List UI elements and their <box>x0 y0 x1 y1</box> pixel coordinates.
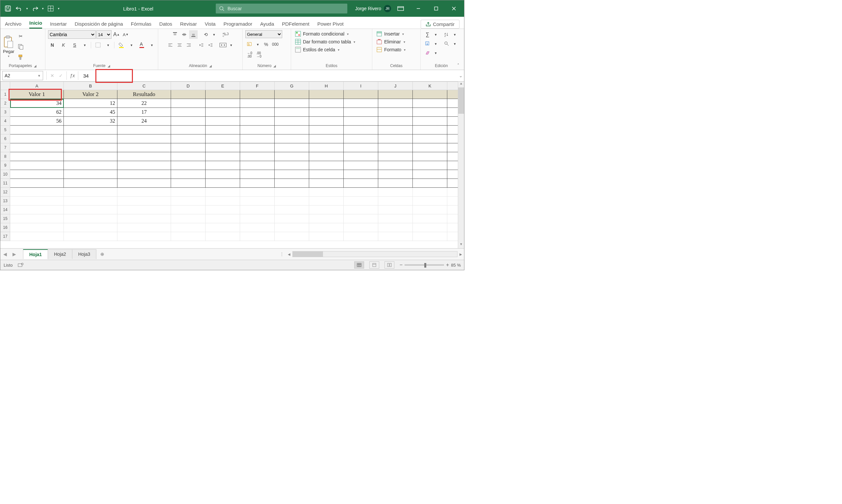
ribbon-tab-insertar[interactable]: Insertar <box>50 20 67 29</box>
cell[interactable] <box>118 134 171 143</box>
align-top[interactable] <box>171 30 179 39</box>
cell[interactable] <box>309 143 344 152</box>
increase-font-size[interactable]: A▲ <box>112 30 121 39</box>
cell[interactable] <box>447 188 458 197</box>
decrease-indent[interactable] <box>197 41 205 49</box>
cell[interactable]: 34 <box>10 99 64 108</box>
cell[interactable] <box>447 152 458 161</box>
cell[interactable] <box>344 152 378 161</box>
ribbon-tab-ayuda[interactable]: Ayuda <box>260 20 274 29</box>
row-header[interactable]: 7 <box>1 143 10 152</box>
cell[interactable] <box>447 126 458 134</box>
wrap-text[interactable]: abc <box>221 30 230 39</box>
cell[interactable] <box>378 117 413 126</box>
bold-button[interactable]: N <box>48 41 57 49</box>
cell[interactable] <box>447 232 458 241</box>
cell[interactable] <box>447 161 458 170</box>
cell[interactable] <box>309 179 344 188</box>
qat-grid-icon[interactable] <box>45 3 56 14</box>
cell[interactable] <box>240 197 275 205</box>
redo-dropdown[interactable]: ▾ <box>40 3 45 14</box>
scrollbar-down[interactable]: ▼ <box>458 242 464 248</box>
row-header[interactable]: 3 <box>1 108 10 117</box>
cell[interactable] <box>309 170 344 179</box>
column-header[interactable]: G <box>275 82 309 90</box>
font-dialog-launcher[interactable]: ◢ <box>108 64 110 68</box>
cell[interactable] <box>240 90 275 99</box>
cell[interactable] <box>378 214 413 223</box>
cell[interactable] <box>171 117 205 126</box>
column-header[interactable]: J <box>378 82 413 90</box>
name-box[interactable]: A2 ▼ <box>2 71 43 80</box>
cell[interactable] <box>171 205 205 214</box>
vertical-scrollbar[interactable] <box>458 87 464 242</box>
row-header[interactable]: 8 <box>1 152 10 161</box>
cell[interactable] <box>205 197 240 205</box>
column-header[interactable]: F <box>240 82 275 90</box>
cell[interactable] <box>344 232 378 241</box>
clipboard-dialog-launcher[interactable]: ◢ <box>34 64 36 68</box>
cell[interactable] <box>344 214 378 223</box>
cell[interactable] <box>413 232 447 241</box>
cell[interactable] <box>171 134 205 143</box>
cell[interactable] <box>10 188 64 197</box>
insert-function[interactable]: ƒx <box>68 71 77 80</box>
cell[interactable] <box>344 143 378 152</box>
decrease-decimal[interactable]: .00→0 <box>255 51 263 59</box>
cell[interactable] <box>344 179 378 188</box>
cell[interactable] <box>275 134 309 143</box>
cell[interactable] <box>240 126 275 134</box>
cell[interactable] <box>171 179 205 188</box>
cell[interactable] <box>240 188 275 197</box>
cell[interactable] <box>447 214 458 223</box>
cell[interactable] <box>344 161 378 170</box>
cell[interactable] <box>275 90 309 99</box>
cell[interactable] <box>275 108 309 117</box>
cell[interactable] <box>205 152 240 161</box>
cell[interactable]: Resultado <box>118 90 171 99</box>
fill-color-button[interactable] <box>117 41 126 49</box>
row-header[interactable]: 14 <box>1 205 10 214</box>
cell[interactable] <box>378 108 413 117</box>
find-select[interactable] <box>442 39 451 48</box>
cell[interactable] <box>205 90 240 99</box>
orientation-dropdown[interactable]: ▾ <box>211 31 217 38</box>
cancel-formula[interactable]: ✕ <box>48 71 57 80</box>
cell[interactable] <box>240 205 275 214</box>
cell[interactable] <box>413 205 447 214</box>
expand-formula-bar[interactable]: ⌄ <box>458 73 464 78</box>
cell[interactable] <box>309 99 344 108</box>
cell[interactable] <box>344 170 378 179</box>
merge-dropdown[interactable]: ▾ <box>228 42 234 48</box>
format-as-table[interactable]: Dar formato como tabla▾ <box>294 38 357 46</box>
cell[interactable] <box>275 232 309 241</box>
cell[interactable] <box>205 143 240 152</box>
cell[interactable] <box>275 170 309 179</box>
cell[interactable] <box>413 90 447 99</box>
cell[interactable]: 62 <box>10 108 64 117</box>
cell[interactable]: 32 <box>64 117 118 126</box>
cell[interactable] <box>171 161 205 170</box>
cell[interactable] <box>275 223 309 232</box>
macro-record-icon[interactable] <box>18 263 24 267</box>
cell[interactable] <box>10 152 64 161</box>
cell[interactable]: 24 <box>118 117 171 126</box>
cell[interactable] <box>309 232 344 241</box>
align-center[interactable] <box>175 41 184 49</box>
cell[interactable]: 45 <box>64 108 118 117</box>
cell[interactable] <box>240 170 275 179</box>
cell[interactable] <box>205 214 240 223</box>
cell[interactable] <box>309 223 344 232</box>
cell[interactable] <box>275 188 309 197</box>
cell[interactable] <box>447 134 458 143</box>
cell[interactable] <box>205 188 240 197</box>
cell[interactable]: 22 <box>118 99 171 108</box>
cell[interactable] <box>118 197 171 205</box>
format-cells[interactable]: Formato▾ <box>375 46 407 53</box>
autosum-dropdown[interactable]: ▾ <box>432 31 439 38</box>
cell[interactable] <box>378 170 413 179</box>
cell[interactable] <box>10 126 64 134</box>
comma-format[interactable]: 000 <box>271 40 280 49</box>
cell[interactable] <box>171 170 205 179</box>
format-painter-button[interactable] <box>16 53 25 61</box>
